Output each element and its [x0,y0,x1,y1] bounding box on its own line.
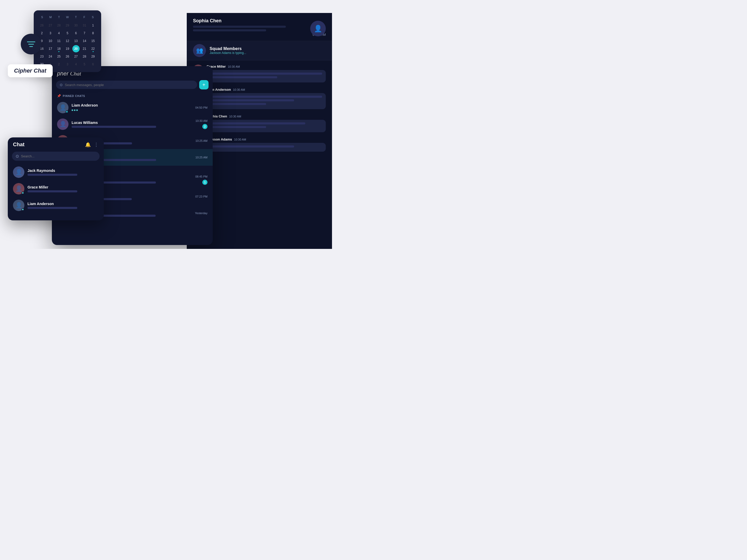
calendar-widget: S M T W T F S 26 27 28 29 30 31 1 2 3 4 … [34,10,101,72]
typing-indicator [72,108,192,112]
cal-day[interactable]: 29 [89,53,97,60]
notification-icon[interactable]: 🔔 [85,142,91,148]
cal-day[interactable]: 15 [89,37,97,45]
small-chat-widget: Chat 🔔 ⋮ ⊙ 👤 Jack Raymonds 👤 Grace [8,137,104,220]
msg-time-sophia: 10:30 AM [229,115,241,118]
small-chat-item-liam[interactable]: 👤 Liam Anderson [8,197,104,214]
typing-status: Jackson Adams is typing... [210,51,246,55]
cal-day[interactable]: 2 [55,61,62,68]
cal-day[interactable]: 6 [89,61,97,68]
cal-day[interactable]: 21 [81,45,88,52]
cal-day[interactable]: 2 [38,30,45,37]
chat-item-liam[interactable]: 👤 Liam Anderson 04:50 PM [52,99,213,116]
group-avatar: 👥 [193,44,206,57]
small-chat-item-grace[interactable]: 👤 Grace Miller [8,181,104,197]
chat-meta-benjamin: 08:45 PM 1 [195,175,207,185]
avatar-wrap-liam-small: 👤 [13,199,24,211]
cal-day[interactable]: 19 [64,45,71,52]
cal-day[interactable]: 3 [47,30,54,37]
add-button[interactable]: + [199,80,209,89]
search-input[interactable] [65,83,194,87]
msg-time-jackson: 10:30 AM [234,138,246,141]
cal-day[interactable]: 27 [72,53,80,60]
avatar-wrap-jack: 👤 [13,166,24,178]
search-input-wrap[interactable]: ⊙ [56,81,197,89]
chat-preview-liam-small [27,207,77,209]
group-name: Squad Members [210,46,246,51]
cal-day[interactable]: 4 [72,61,80,68]
small-chat-item-jack[interactable]: 👤 Jack Raymonds [8,164,104,181]
cal-day[interactable]: 28 [55,22,62,29]
chat-preview-grace-small [27,190,77,192]
chat-info-liam: Liam Anderson [72,103,192,112]
cal-day[interactable]: 13 [72,37,80,45]
day-label-s1: S [38,15,46,20]
logo-card: Cipher Chat [8,64,53,77]
cal-day[interactable]: 4 [55,30,62,37]
cal-day[interactable]: 26 [38,22,45,29]
cal-day[interactable]: 14 [81,37,88,45]
chat-meta-grace: 10:25 AM [196,139,207,142]
right-avatar-sophia: 👤 [310,21,326,36]
msg-header-sophia: Sophia Chen 10:30 AM [206,114,326,118]
msg-bubble-liam [206,93,326,109]
chat-name-grace-small: Grace Miller [27,185,99,189]
filter-line-3 [29,46,33,47]
avatar-lucas: 👤 [57,118,69,130]
pinned-chats-label: 📌 PINNED CHATS [52,92,213,99]
cal-day[interactable]: 28 [81,53,88,60]
msg-time-grace: 10:30 AM [228,65,240,68]
cal-day[interactable]: 22 [89,45,97,52]
day-label-f: F [80,15,89,20]
cal-day[interactable]: 3 [64,61,71,68]
chat-time-benjamin: 08:45 PM [195,175,207,178]
cal-day[interactable]: 31 [81,22,88,29]
online-indicator-liam [66,110,68,113]
chat-time-olivia: Yesterday [195,212,207,215]
cal-day[interactable]: 25 [55,53,62,60]
cal-day[interactable]: 8 [89,30,97,37]
small-search-input[interactable] [21,154,96,158]
filter-button[interactable] [21,34,42,54]
cal-day[interactable]: 1 [89,22,97,29]
avatar-wrap-liam: 👤 [57,102,69,113]
calendar-header: S M T W T F S [38,15,97,20]
chat-preview-lucas [72,126,156,128]
msg-bubble-sophia [206,120,326,132]
small-chat-icons: 🔔 ⋮ [85,142,99,148]
chat-meta-liam: 04:50 PM [195,106,207,109]
filter-line-2 [28,44,34,45]
msg-bubble-grace [206,70,326,82]
cal-day[interactable]: 30 [72,22,80,29]
msg-bubble-jackson [206,143,326,152]
cal-day[interactable]: 17 [47,45,54,52]
cal-day[interactable]: 6 [72,30,80,37]
chat-time-sophia: 07:23 PM [195,195,207,198]
online-indicator-grace-small [22,192,24,194]
cal-day[interactable]: 18 [55,45,62,52]
chat-meta-squad: 10:25 AM [196,156,207,159]
cal-day[interactable]: 23 [38,53,45,60]
message-row-grace: 👤 Grace Miller 10:30 AM [193,64,326,82]
chat-name-liam: Liam Anderson [72,103,192,107]
cal-day[interactable]: 7 [81,30,88,37]
cal-day[interactable]: 27 [47,22,54,29]
more-options-icon[interactable]: ⋮ [94,142,99,148]
msg-content-liam: Liam Anderson 10:30 AM [206,88,326,109]
cal-day[interactable]: 12 [64,37,71,45]
small-search-wrap[interactable]: ⊙ [12,152,100,161]
cal-day[interactable]: 5 [64,30,71,37]
msg-content-grace: Grace Miller 10:30 AM [206,64,326,82]
chat-item-lucas[interactable]: 👤 Lucas Williams 10:30 AM 2 [52,116,213,132]
cal-day-today[interactable]: 20 [72,45,80,52]
cal-day[interactable]: 26 [64,53,71,60]
cal-day[interactable]: 10 [47,37,54,45]
cal-day[interactable]: 5 [81,61,88,68]
cal-day[interactable]: 24 [47,53,54,60]
cal-day[interactable]: 29 [64,22,71,29]
cal-day[interactable]: 11 [55,37,62,45]
group-chat-header: 👥 Squad Members Jackson Adams is typing.… [187,41,332,60]
msg-content-sophia: Sophia Chen 10:30 AM [206,114,326,132]
message-row-jackson: 👤 Jackson Adams 10:30 AM [193,137,326,152]
pin-icon: 📌 [57,94,61,98]
